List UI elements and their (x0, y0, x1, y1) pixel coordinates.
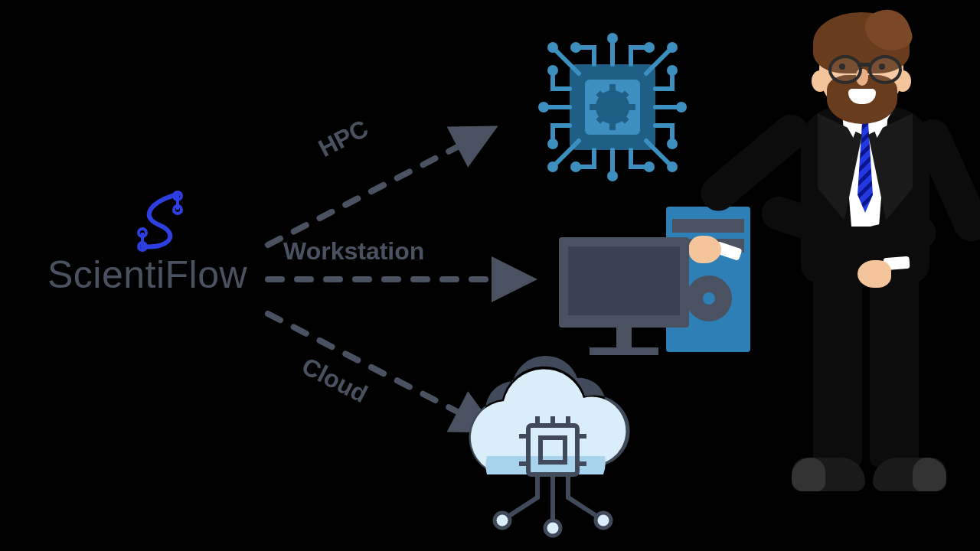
svg-point-28 (547, 65, 558, 76)
brand-name: ScientiFlow (47, 253, 247, 297)
label-workstation: Workstation (283, 237, 424, 266)
svg-rect-9 (609, 122, 616, 130)
svg-point-24 (570, 42, 581, 53)
svg-rect-11 (628, 104, 635, 110)
svg-rect-38 (568, 246, 680, 315)
svg-point-16 (607, 33, 618, 44)
arrow-to-hpc (268, 130, 490, 245)
svg-point-29 (547, 139, 558, 149)
svg-point-18 (538, 102, 549, 112)
svg-point-31 (667, 139, 678, 149)
desktop-server-icon (559, 207, 750, 355)
svg-point-50 (545, 520, 560, 536)
svg-point-23 (667, 161, 678, 172)
cloud-compute-icon (469, 356, 629, 536)
cpu-chip-icon (538, 33, 687, 181)
svg-point-36 (703, 292, 715, 305)
svg-rect-33 (672, 219, 744, 233)
svg-rect-8 (609, 84, 616, 92)
svg-point-22 (547, 161, 558, 172)
svg-point-27 (644, 161, 655, 172)
svg-point-52 (596, 513, 611, 528)
svg-point-21 (667, 42, 678, 53)
svg-rect-39 (616, 328, 632, 347)
businessman-suit-icon (758, 15, 957, 536)
svg-point-25 (644, 42, 655, 53)
svg-point-30 (667, 65, 678, 76)
svg-point-20 (547, 42, 558, 53)
scientiflow-logo-icon (139, 192, 181, 250)
svg-point-17 (607, 171, 618, 181)
svg-point-19 (676, 102, 687, 112)
svg-point-26 (570, 161, 581, 172)
svg-rect-40 (590, 347, 658, 355)
diagram-stage: ScientiFlow HPC Workstation Cloud (0, 0, 980, 551)
svg-point-51 (495, 513, 510, 528)
svg-rect-10 (590, 104, 597, 110)
